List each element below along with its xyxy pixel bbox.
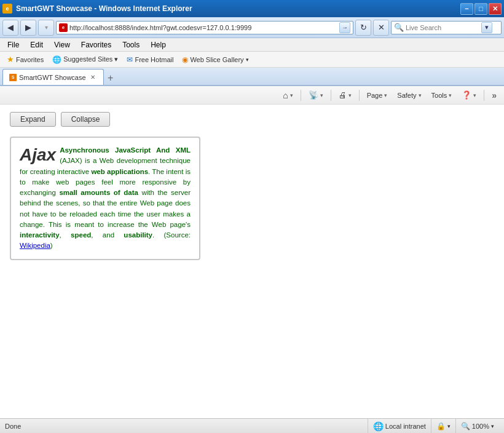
menu-favorites[interactable]: Favorites (76, 39, 116, 50)
favorites-bar: ★ Favorites 🌐 Suggested Sites ▾ ✉ Free H… (0, 52, 504, 68)
ajax-info-box: Ajax Asynchronous JavaScript And XML (AJ… (10, 137, 200, 260)
star-icon: ★ (7, 55, 14, 64)
web-slice-icon: ◉ (182, 55, 188, 64)
tools-label: Tools (431, 92, 447, 99)
page-label: Page (367, 92, 383, 99)
favorites-label: Favorites (16, 56, 44, 63)
hotmail-label: Free Hotmail (135, 56, 173, 63)
refresh-button[interactable]: ↻ (355, 20, 371, 36)
rss-button[interactable]: 📡 ▾ (305, 89, 327, 101)
back-button[interactable]: ◀ (2, 20, 18, 36)
tab-close-button[interactable]: ✕ (89, 73, 97, 82)
suggested-label: Suggested Sites ▾ (63, 55, 118, 63)
print-icon: 🖨 (339, 90, 347, 100)
search-live-icon: 🔍 (394, 23, 404, 32)
dropdown-button[interactable]: ▾ (38, 20, 54, 36)
address-input[interactable] (69, 24, 337, 31)
lock-dropdown-icon: ▾ (447, 423, 451, 429)
web-slice-arrow-icon: ▾ (246, 57, 249, 63)
globe-icon: 🌐 (373, 421, 384, 431)
address-go-button[interactable]: → (339, 22, 350, 33)
ajax-title: Ajax (20, 145, 56, 164)
zoom-icon: 🔍 (461, 422, 470, 431)
button-row: Expand Collapse (10, 112, 494, 127)
tools-dropdown-icon: ▾ (449, 92, 452, 98)
tab-label: SmartGWT Showcase (19, 74, 86, 81)
tab-smartgwt[interactable]: S SmartGWT Showcase ✕ (2, 69, 104, 85)
tools-button[interactable]: Tools ▾ (428, 90, 456, 100)
page-favicon: e (59, 23, 68, 32)
menu-edit[interactable]: Edit (25, 39, 48, 50)
close-button[interactable]: ✕ (489, 3, 502, 15)
favorites-button[interactable]: ★ Favorites (4, 54, 47, 65)
toolbar-separator-1 (301, 90, 301, 101)
toolbar-separator-3 (359, 90, 360, 101)
security-section: 🔒 ▾ (431, 419, 455, 433)
search-go-button[interactable]: ▾ (481, 22, 492, 33)
maximize-button[interactable]: □ (474, 3, 487, 15)
zoom-section[interactable]: 🔍 100% ▾ (455, 419, 499, 433)
safety-button[interactable]: Safety ▾ (393, 90, 425, 100)
tab-favicon: S (9, 74, 17, 81)
title-bar: e SmartGWT Showcase - Windows Internet E… (0, 0, 504, 17)
help-dropdown-icon: ▾ (473, 92, 476, 98)
address-bar[interactable]: e → (56, 21, 353, 34)
zoom-dropdown-icon: ▾ (491, 423, 494, 429)
toolbar-separator-2 (331, 90, 331, 101)
more-button[interactable]: » (488, 89, 500, 101)
navigation-bar: ◀ ▶ ▾ e → ↻ ✕ 🔍 ▾ (0, 17, 504, 38)
print-button[interactable]: 🖨 ▾ (335, 89, 355, 101)
new-tab-button[interactable]: + (104, 71, 117, 85)
search-input[interactable] (406, 24, 479, 31)
web-slice-gallery-button[interactable]: ◉ Web Slice Gallery ▾ (179, 54, 251, 65)
web-slice-label: Web Slice Gallery (190, 56, 243, 63)
window-title: SmartGWT Showcase - Windows Internet Exp… (16, 4, 460, 13)
status-text: Done (5, 423, 368, 430)
suggested-sites-button[interactable]: 🌐 Suggested Sites ▾ (49, 54, 121, 65)
browser-icon: e (2, 4, 12, 14)
status-bar: Done 🌐 Local intranet 🔒 ▾ 🔍 100% ▾ (0, 418, 504, 433)
zoom-label: 100% (472, 423, 489, 430)
toolbar-separator-4 (484, 90, 484, 101)
menu-file[interactable]: File (2, 39, 24, 50)
collapse-button[interactable]: Collapse (61, 112, 111, 127)
page-dropdown-icon: ▾ (384, 92, 387, 98)
free-hotmail-button[interactable]: ✉ Free Hotmail (124, 54, 176, 65)
menu-bar: File Edit View Favorites Tools Help (0, 38, 504, 52)
zone-section: 🌐 Local intranet (368, 419, 431, 433)
stop-button[interactable]: ✕ (373, 20, 389, 36)
home-icon: ⌂ (283, 90, 288, 100)
help-button[interactable]: ❓ ▾ (458, 89, 480, 101)
minimize-button[interactable]: − (460, 3, 473, 15)
rss-icon: 📡 (309, 90, 318, 100)
rss-dropdown-icon: ▾ (320, 92, 323, 98)
content-area: Expand Collapse Ajax Asynchronous JavaSc… (0, 105, 504, 418)
menu-view[interactable]: View (49, 39, 75, 50)
safety-label: Safety (397, 92, 416, 99)
help-icon: ❓ (462, 90, 471, 100)
page-toolbar: ⌂ ▾ 📡 ▾ 🖨 ▾ Page ▾ Safety ▾ Tools ▾ ❓ ▾ … (0, 86, 504, 105)
home-dropdown-icon: ▾ (290, 92, 293, 98)
menu-help[interactable]: Help (146, 39, 171, 50)
expand-button[interactable]: Expand (10, 112, 56, 127)
print-dropdown-icon: ▾ (348, 92, 352, 98)
forward-button[interactable]: ▶ (20, 20, 36, 36)
page-button[interactable]: Page ▾ (363, 90, 392, 100)
lock-icon: 🔒 (436, 422, 446, 431)
home-button[interactable]: ⌂ ▾ (279, 89, 296, 101)
tab-bar: S SmartGWT Showcase ✕ + (0, 68, 504, 86)
window-controls: − □ ✕ (460, 3, 502, 15)
zone-label: Local intranet (385, 423, 426, 430)
search-bar[interactable]: 🔍 ▾ (391, 21, 502, 34)
menu-tools[interactable]: Tools (117, 39, 144, 50)
hotmail-icon: ✉ (127, 55, 133, 64)
wikipedia-link[interactable]: Wikipedia (20, 242, 50, 249)
suggested-icon: 🌐 (52, 55, 61, 64)
safety-dropdown-icon: ▾ (419, 92, 422, 98)
